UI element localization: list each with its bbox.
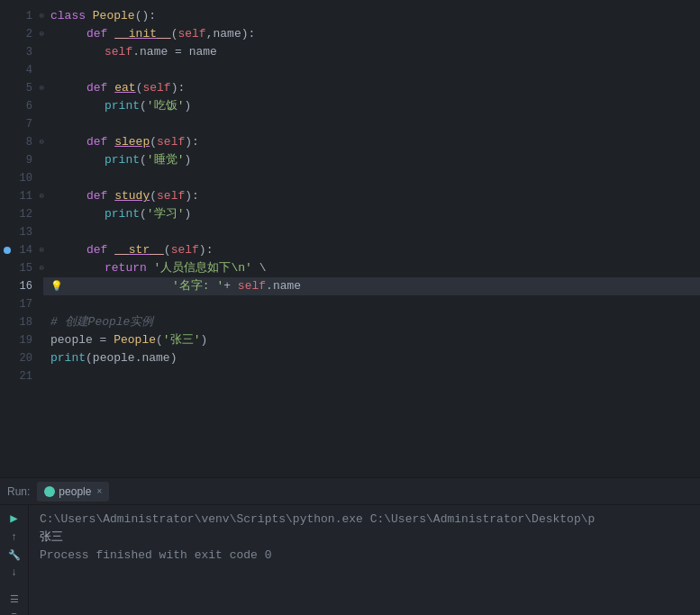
run-content: ▶ ↑ 🔧 ↓ ☰ ≡ C:\Users\Administrator\venv\… — [0, 505, 700, 615]
line-number-20: 20 — [0, 349, 43, 367]
code-line-1: class People(): — [43, 7, 700, 25]
run-output-line-0: C:\Users\Administrator\venv\Scripts\pyth… — [40, 511, 689, 529]
code-line-8: def sleep(self): — [43, 133, 700, 151]
code-lines[interactable]: class People():def __init__(self,name):s… — [43, 0, 700, 477]
run-wrench-button[interactable]: 🔧 — [6, 549, 23, 561]
code-line-21 — [43, 367, 700, 385]
run-output: C:\Users\Administrator\venv\Scripts\pyth… — [29, 505, 700, 615]
line-number-14: 14⊖ — [0, 241, 43, 259]
run-header: Run: people × — [0, 478, 700, 505]
line-number-15: 15⊖ — [0, 259, 43, 277]
line-number-16: 16 — [0, 277, 43, 295]
code-line-10 — [43, 169, 700, 187]
code-line-18: # 创建People实例 — [43, 313, 700, 331]
run-play-button[interactable]: ▶ — [6, 511, 23, 526]
line-number-2: 2⊖ — [0, 25, 43, 43]
line-number-18: 18 — [0, 313, 43, 331]
line-number-21: 21 — [0, 367, 43, 385]
run-output-line-1: 张三 — [40, 529, 689, 547]
line-number-1: 1⊖ — [0, 7, 43, 25]
code-line-16: 💡 '名字: '+ self.name — [43, 277, 700, 295]
code-line-17 — [43, 295, 700, 313]
code-line-19: people = People('张三') — [43, 331, 700, 349]
run-label: Run: — [7, 485, 30, 498]
run-down-button[interactable]: ↓ — [6, 566, 23, 579]
code-line-5: def eat(self): — [43, 79, 700, 97]
code-line-20: print(people.name) — [43, 349, 700, 367]
code-line-14: def __str__(self): — [43, 241, 700, 259]
code-line-3: self.name = name — [43, 43, 700, 61]
editor-area: 1⊖2⊖345⊖678⊖91011⊖121314⊖15⊖161718192021… — [0, 0, 700, 477]
code-container: 1⊖2⊖345⊖678⊖91011⊖121314⊖15⊖161718192021… — [0, 0, 700, 477]
code-line-12: print('学习') — [43, 205, 700, 223]
run-tab-name: people — [59, 485, 91, 498]
line-number-3: 3 — [0, 43, 43, 61]
line-number-7: 7 — [0, 115, 43, 133]
line-number-13: 13 — [0, 223, 43, 241]
run-up-button[interactable]: ↑ — [6, 531, 23, 544]
run-list2-button[interactable]: ≡ — [6, 610, 23, 615]
code-line-2: def __init__(self,name): — [43, 25, 700, 43]
code-line-11: def study(self): — [43, 187, 700, 205]
code-line-6: print('吃饭') — [43, 97, 700, 115]
line-number-19: 19 — [0, 331, 43, 349]
code-line-9: print('睡觉') — [43, 151, 700, 169]
line-number-8: 8⊖ — [0, 133, 43, 151]
lightbulb-icon[interactable]: 💡 — [50, 277, 63, 295]
run-output-line-3: Process finished with exit code 0 — [40, 547, 689, 565]
code-line-4 — [43, 61, 700, 79]
run-controls: ▶ ↑ 🔧 ↓ ☰ ≡ — [0, 505, 29, 615]
code-line-13 — [43, 223, 700, 241]
line-number-12: 12 — [0, 205, 43, 223]
line-number-17: 17 — [0, 295, 43, 313]
code-line-15: return '人员信息如下\n' \ — [43, 259, 700, 277]
run-tab[interactable]: people × — [37, 482, 109, 502]
line-number-4: 4 — [0, 61, 43, 79]
line-number-9: 9 — [0, 151, 43, 169]
run-list-button[interactable]: ☰ — [6, 593, 23, 605]
line-number-11: 11⊖ — [0, 187, 43, 205]
run-tab-close[interactable]: × — [96, 486, 102, 496]
line-number-5: 5⊖ — [0, 79, 43, 97]
python-icon — [44, 486, 55, 497]
run-panel: Run: people × ▶ ↑ 🔧 ↓ ☰ ≡ C:\Users\Admin… — [0, 477, 700, 615]
line-number-6: 6 — [0, 97, 43, 115]
code-line-7 — [43, 115, 700, 133]
line-number-10: 10 — [0, 169, 43, 187]
line-numbers: 1⊖2⊖345⊖678⊖91011⊖121314⊖15⊖161718192021 — [0, 0, 43, 477]
